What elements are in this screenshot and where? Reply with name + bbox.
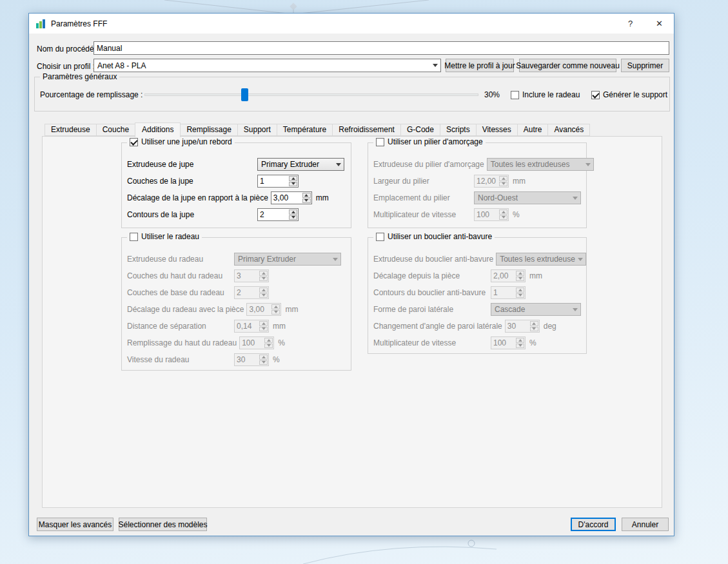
spin-down-button[interactable] xyxy=(516,293,524,298)
spin-down-button[interactable] xyxy=(302,199,311,204)
tab-g-code[interactable]: G-Code xyxy=(400,124,440,136)
tab-temperature[interactable]: Température xyxy=(277,124,333,136)
process-name-label: Nom du procédé : xyxy=(37,43,98,56)
forme-de-paroi-laterale-select[interactable]: Cascade xyxy=(491,303,581,316)
spin-buttons xyxy=(498,209,508,220)
checkbox-label: Générer le support xyxy=(603,90,667,99)
spin-up-button[interactable] xyxy=(530,321,538,326)
tab-remplissage[interactable]: Remplissage xyxy=(180,124,237,136)
contours-du-bouclier-anti-bavure-spinbox[interactable]: 1 xyxy=(491,286,526,299)
decalage-de-la-jupe-en-rapport-a-la-piece-spinbox[interactable]: 3,00 xyxy=(271,191,312,204)
spin-up-button[interactable] xyxy=(516,271,524,276)
spin-down-button[interactable] xyxy=(499,215,507,220)
spin-down-button[interactable] xyxy=(259,293,268,298)
spin-down-button[interactable] xyxy=(516,344,524,349)
infill-value: 30% xyxy=(484,88,500,102)
checkbox-box xyxy=(130,233,138,241)
spin-buttons xyxy=(515,287,525,298)
distance-de-separation-spinbox[interactable]: 0,14 xyxy=(234,320,269,333)
multiplicateur-de-vitesse-spinbox[interactable]: 100 xyxy=(491,336,526,349)
emplacement-du-pilier-select[interactable]: Nord-Ouest xyxy=(474,191,581,204)
select-models-button[interactable]: Sélectionner des modèles xyxy=(119,518,207,531)
tab-support[interactable]: Support xyxy=(237,124,277,136)
extrudeuse-du-radeau-select[interactable]: Primary Extruder xyxy=(234,253,341,266)
spin-up-button[interactable] xyxy=(259,321,268,326)
changement-d-angle-de-paroi-laterale-spinbox[interactable]: 30 xyxy=(505,320,540,333)
save-as-new-button[interactable]: Sauvegarder comme nouveau xyxy=(519,59,616,72)
spin-down-button[interactable] xyxy=(499,182,507,187)
use-skirt-checkbox[interactable]: Utiliser une jupe/un rebord xyxy=(127,137,235,146)
spin-down-button[interactable] xyxy=(289,215,297,220)
delete-profile-button[interactable]: Supprimer xyxy=(621,59,669,72)
tab-extrudeuse[interactable]: Extrudeuse xyxy=(44,124,97,136)
use-prime-pillar-checkbox[interactable]: Utiliser un pilier d'amorçage xyxy=(373,137,486,146)
couches-de-base-du-radeau-spinbox[interactable]: 2 xyxy=(234,286,269,299)
decalage-de-la-jupe-en-rapport-a-la-piece-label: Décalage de la jupe en rapport à la pièc… xyxy=(127,193,271,202)
tab-refroidissement[interactable]: Refroidissement xyxy=(332,124,401,136)
spin-up-button[interactable] xyxy=(516,338,524,343)
spin-up-button[interactable] xyxy=(259,287,268,293)
cancel-button[interactable]: Annuler xyxy=(622,518,669,531)
tab-additions[interactable]: Additions xyxy=(135,122,181,137)
help-button[interactable]: ? xyxy=(616,14,645,34)
couches-du-haut-du-radeau-spinbox[interactable]: 3 xyxy=(234,269,269,282)
spin-up-button[interactable] xyxy=(259,355,268,360)
spin-value: 30 xyxy=(235,354,259,365)
spin-down-button[interactable] xyxy=(259,327,268,332)
largeur-du-pilier-spinbox[interactable]: 12,00 xyxy=(474,175,509,188)
update-profile-button[interactable]: Mettre le profil à jour xyxy=(446,59,514,72)
decalage-depuis-la-piece-spinbox[interactable]: 2,00 xyxy=(491,269,526,282)
spin-value: 100 xyxy=(240,337,264,349)
spin-down-button[interactable] xyxy=(289,182,297,187)
tab-autre[interactable]: Autre xyxy=(517,124,549,136)
infill-slider[interactable] xyxy=(144,88,478,101)
ooze-shield-group: Utiliser un bouclier anti-bavure Extrude… xyxy=(368,237,587,354)
contours-de-la-jupe-spinbox[interactable]: 2 xyxy=(257,208,299,221)
spin-down-button[interactable] xyxy=(271,310,280,315)
multiplicateur-de-vitesse-spinbox[interactable]: 100 xyxy=(474,208,509,221)
spin-up-button[interactable] xyxy=(289,176,297,181)
spin-down-button[interactable] xyxy=(259,277,268,282)
spin-down-button[interactable] xyxy=(530,327,538,332)
couches-de-la-jupe-spinbox[interactable]: 1 xyxy=(257,175,299,188)
spin-down-button[interactable] xyxy=(516,277,524,282)
spin-up-button[interactable] xyxy=(264,338,273,343)
spin-up-button[interactable] xyxy=(516,287,524,293)
spin-up-button[interactable] xyxy=(271,304,280,309)
profile-select[interactable]: Anet A8 - PLA xyxy=(93,59,441,72)
use-ooze-shield-checkbox[interactable]: Utiliser un bouclier anti-bavure xyxy=(373,232,495,241)
spin-up-button[interactable] xyxy=(289,209,297,215)
generate-support-checkbox[interactable]: Générer le support xyxy=(591,90,667,99)
process-name-input[interactable] xyxy=(93,41,669,55)
decalage-du-radeau-avec-la-piece-spinbox[interactable]: 3,00 xyxy=(246,303,281,316)
remplissage-du-haut-du-radeau-spinbox[interactable]: 100 xyxy=(239,336,274,349)
spin-up-button[interactable] xyxy=(499,176,507,181)
slider-track[interactable] xyxy=(144,93,478,96)
raft-group: Utiliser le radeau Extrudeuse du radeauP… xyxy=(121,237,351,371)
slider-thumb[interactable] xyxy=(241,88,248,101)
tab-couche[interactable]: Couche xyxy=(96,124,135,136)
spin-down-button[interactable] xyxy=(264,344,273,349)
use-raft-checkbox[interactable]: Utiliser le radeau xyxy=(127,232,202,241)
spin-value: 100 xyxy=(491,337,515,349)
checkbox-box xyxy=(511,91,519,99)
spin-value: 2 xyxy=(258,209,288,220)
spin-down-button[interactable] xyxy=(259,360,268,365)
extrudeuse-du-pilier-d-amorcage-select[interactable]: Toutes les extrudeuses xyxy=(487,158,594,171)
ok-button[interactable]: D'accord xyxy=(571,518,616,531)
include-raft-checkbox[interactable]: Inclure le radeau xyxy=(511,90,580,99)
unit-label: mm xyxy=(316,193,329,202)
tab-scripts[interactable]: Scripts xyxy=(440,124,477,136)
tab-vitesses[interactable]: Vitesses xyxy=(476,124,518,136)
spin-up-button[interactable] xyxy=(302,193,311,198)
titlebar[interactable]: Paramètres FFF ? ✕ xyxy=(29,14,674,34)
spin-up-button[interactable] xyxy=(259,271,268,276)
hide-advanced-button[interactable]: Masquer les avancés xyxy=(37,518,113,531)
spin-up-button[interactable] xyxy=(499,209,507,215)
vitesse-du-radeau-spinbox[interactable]: 30 xyxy=(234,353,269,366)
extrudeuse-de-jupe-select[interactable]: Primary Extruder xyxy=(257,158,344,171)
spin-buttons xyxy=(302,192,311,204)
close-button[interactable]: ✕ xyxy=(645,14,674,34)
tab-avances[interactable]: Avancés xyxy=(547,124,590,136)
extrudeuse-du-bouclier-anti-bavure-select[interactable]: Toutes les extrudeuses xyxy=(496,253,586,266)
